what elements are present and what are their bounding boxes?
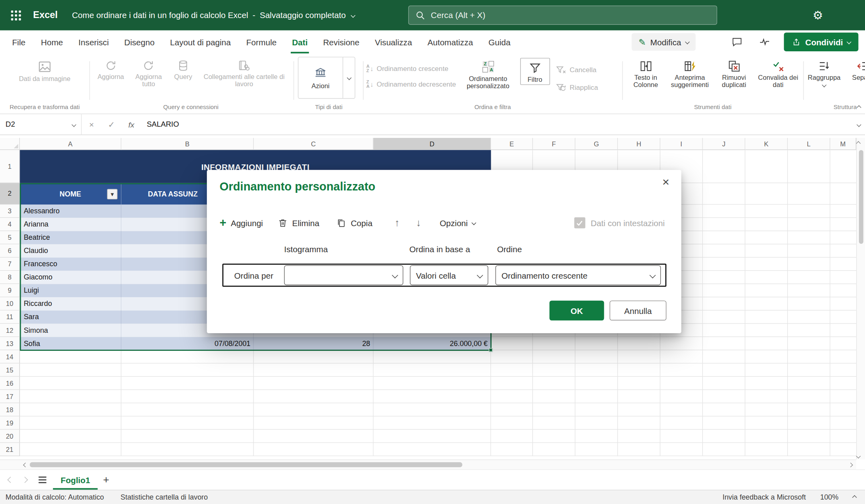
column-header-G[interactable]: G — [575, 138, 618, 150]
custom-sort-button[interactable]: Z A Ordinamento personalizzato — [462, 57, 515, 90]
add-level-button[interactable]: + Aggiungi — [220, 218, 263, 228]
add-sheet-icon[interactable]: + — [98, 470, 114, 490]
name-box[interactable]: D2 — [0, 114, 82, 135]
column-header-K[interactable]: K — [745, 138, 788, 150]
share-button[interactable]: Condividi — [784, 32, 858, 51]
chevron-down-icon[interactable] — [71, 122, 76, 127]
filter-dropdown-icon[interactable]: ▾ — [107, 188, 117, 199]
refresh-all-button[interactable]: Aggiorna tutto — [131, 57, 166, 88]
headers-checkbox[interactable]: Dati con intestazioni — [574, 217, 665, 229]
ribbon-tab[interactable]: Formule — [239, 30, 284, 54]
column-header-A[interactable]: A — [20, 138, 122, 150]
row-header-2[interactable]: 2 — [0, 183, 20, 205]
row-header-7[interactable]: 7 — [0, 257, 20, 271]
column-header-H[interactable]: H — [618, 138, 660, 150]
header-cell-nome[interactable]: NOME ▾ — [20, 183, 122, 205]
row-header-20[interactable]: 20 — [0, 430, 20, 443]
column-header-J[interactable]: J — [703, 138, 745, 150]
row-header-1[interactable]: 1 — [0, 150, 20, 183]
ribbon-tab[interactable]: Disegno — [117, 30, 162, 54]
cell-name[interactable]: Beatrice — [20, 231, 122, 244]
calc-mode-status[interactable]: Modalità di calcolo: Automatico — [6, 493, 104, 502]
sheet-tab-foglio1[interactable]: Foglio1 — [53, 470, 98, 490]
row-header-9[interactable]: 9 — [0, 284, 20, 297]
column-header-C[interactable]: C — [254, 138, 374, 150]
row-header-15[interactable]: 15 — [0, 364, 20, 377]
scroll-down-icon[interactable] — [856, 454, 861, 459]
row-header-14[interactable]: 14 — [0, 350, 20, 364]
ribbon-tab[interactable]: Inserisci — [71, 30, 116, 54]
filter-button[interactable]: Filtro — [523, 60, 547, 83]
prev-sheet-icon[interactable] — [3, 470, 18, 490]
row-header-10[interactable]: 10 — [0, 297, 20, 310]
column-header-L[interactable]: L — [788, 138, 830, 150]
cell-name[interactable]: Luigi — [20, 284, 122, 297]
ribbon-tab[interactable]: Revisione — [315, 30, 367, 54]
zoom-options-icon[interactable] — [852, 495, 857, 500]
ok-button[interactable]: OK — [549, 301, 604, 321]
close-icon[interactable]: × — [658, 174, 674, 190]
cell-name[interactable]: Claudio — [20, 244, 122, 257]
column-header-E[interactable]: E — [491, 138, 533, 150]
data-types-gallery[interactable]: Azioni — [298, 57, 355, 99]
cell-name[interactable]: Arianna — [20, 218, 122, 231]
feedback-button[interactable]: Invia feedback a Microsoft — [723, 493, 806, 502]
confirm-entry-icon[interactable]: ✓ — [101, 114, 122, 135]
cell-name[interactable]: Giacomo — [20, 271, 122, 284]
cell-name[interactable]: Riccardo — [20, 297, 122, 310]
clear-filter-button[interactable]: Cancella — [555, 65, 598, 76]
row-header-19[interactable]: 19 — [0, 417, 20, 430]
chevron-down-icon[interactable] — [342, 57, 355, 98]
app-launcher-icon[interactable] — [8, 7, 24, 23]
row-header-5[interactable]: 5 — [0, 231, 20, 244]
move-down-button[interactable]: ↓ — [416, 217, 421, 229]
column-header-F[interactable]: F — [533, 138, 575, 150]
row-header-16[interactable]: 16 — [0, 377, 20, 390]
reapply-filter-button[interactable]: Riapplica — [555, 82, 598, 93]
remove-duplicates-button[interactable]: Rimuovi duplicati — [714, 57, 754, 89]
cell-name[interactable]: Simona — [20, 324, 122, 337]
column-header-D[interactable]: D — [373, 138, 491, 150]
formula-input[interactable]: SALARIO — [147, 120, 179, 129]
column-header-M[interactable]: M — [830, 138, 856, 150]
move-up-button[interactable]: ↑ — [395, 217, 399, 229]
ribbon-tab[interactable]: Guida — [481, 30, 519, 54]
sort-descending-button[interactable]: ZA↓ Ordinamento decrescente — [366, 80, 456, 89]
cell-salary[interactable]: 26.000,00 € — [373, 337, 491, 350]
cancel-button[interactable]: Annulla — [610, 301, 666, 321]
row-header-13[interactable]: 13 — [0, 337, 20, 350]
row-header-4[interactable]: 4 — [0, 218, 20, 231]
data-validation-button[interactable]: Convalida dei dati — [756, 57, 800, 89]
sort-ascending-button[interactable]: AZ↓ Ordinamento crescente — [366, 65, 456, 73]
sort-on-dropdown[interactable]: Valori cella — [410, 265, 488, 285]
ungroup-button[interactable]: Separa — [846, 57, 865, 82]
document-title[interactable]: Come ordinare i dati in un foglio di cal… — [72, 10, 355, 20]
zoom-level[interactable]: 100% — [820, 493, 839, 502]
workbook-links-button[interactable]: Collegamenti alle cartelle di lavoro — [200, 57, 288, 88]
insert-function-icon[interactable]: fx — [122, 114, 142, 135]
row-header-17[interactable]: 17 — [0, 390, 20, 403]
search-input[interactable] — [431, 10, 710, 20]
ribbon-tab[interactable]: Layout di pagina — [162, 30, 239, 54]
row-header-6[interactable]: 6 — [0, 244, 20, 257]
text-to-columns-button[interactable]: Testo in Colonne — [626, 57, 666, 89]
select-all-corner[interactable] — [0, 138, 20, 150]
flash-fill-button[interactable]: Anteprima suggerimenti — [668, 57, 712, 89]
activity-icon[interactable] — [756, 34, 773, 50]
edit-mode-button[interactable]: ✎ Modifica — [632, 33, 696, 51]
ribbon-tab[interactable]: Dati — [284, 30, 316, 54]
delete-level-button[interactable]: Elimina — [277, 218, 319, 228]
sheet-list-icon[interactable] — [38, 470, 46, 490]
scroll-up-icon[interactable] — [856, 141, 861, 146]
fill-handle[interactable] — [489, 348, 493, 352]
column-dropdown[interactable] — [284, 265, 403, 285]
order-dropdown[interactable]: Ordinamento crescente — [495, 265, 661, 285]
vertical-scrollbar[interactable] — [856, 138, 865, 459]
settings-gear-icon[interactable]: ⚙ — [813, 0, 823, 30]
query-button[interactable]: Query — [170, 57, 197, 81]
cell-age[interactable]: 28 — [254, 337, 374, 350]
row-header-12[interactable]: 12 — [0, 324, 20, 337]
cell-name[interactable]: Sara — [20, 310, 122, 324]
comments-icon[interactable] — [729, 34, 745, 50]
row-header-11[interactable]: 11 — [0, 310, 20, 324]
